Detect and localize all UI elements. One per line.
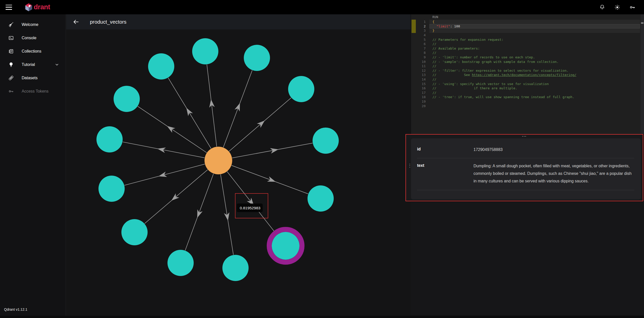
selected-point-panel: ... ⋮ id1729049758883textDumpling: A sma… bbox=[405, 134, 643, 201]
sidebar-item-console[interactable]: Console bbox=[0, 31, 66, 45]
line-number: 8 bbox=[411, 51, 426, 55]
line-number: 19 bbox=[411, 100, 426, 103]
graph-node[interactable] bbox=[167, 250, 194, 276]
line-number: 7 bbox=[411, 47, 426, 50]
edge-arrow-icon bbox=[224, 212, 231, 221]
code-line[interactable]: 1{ bbox=[411, 20, 640, 24]
payload-card: id1729049758883textDumpling: A small dou… bbox=[411, 138, 641, 200]
graph-edge bbox=[138, 106, 207, 153]
panel-resize-handle[interactable]: ... bbox=[406, 134, 643, 137]
line-content: // - 'limit': number of records to use o… bbox=[432, 55, 535, 59]
editor-scrollbar[interactable] bbox=[640, 14, 644, 134]
sidebar-item-collections[interactable]: Collections bbox=[0, 45, 66, 58]
line-number: 11 bbox=[411, 64, 426, 68]
line-number: 20 bbox=[411, 104, 426, 108]
code-line[interactable]: 3} bbox=[411, 28, 640, 33]
sidebar-item-datasets[interactable]: Datasets bbox=[0, 71, 66, 85]
graph-node[interactable] bbox=[148, 53, 174, 80]
vector-graph-canvas[interactable]: 0.81952983 bbox=[66, 29, 411, 318]
code-line[interactable]: 17// bbox=[411, 91, 640, 95]
line-number: 13 bbox=[411, 73, 426, 77]
sidebar-item-label: Access Tokens bbox=[22, 89, 48, 94]
graph-header: product_vectors bbox=[66, 14, 411, 29]
line-number: 18 bbox=[411, 95, 426, 99]
line-content: // - 'using': specify which vector to us… bbox=[432, 82, 549, 86]
line-content: // Parameters for expansion request: bbox=[432, 38, 503, 42]
line-content: // - 'filter': filter expression to sele… bbox=[432, 69, 568, 72]
graph-node[interactable] bbox=[308, 185, 334, 212]
graph-node[interactable] bbox=[114, 86, 140, 112]
code-editor-content[interactable]: 1{2 "limit": 1003}45// Parameters for ex… bbox=[411, 20, 640, 108]
graph-center-node[interactable] bbox=[205, 147, 232, 174]
line-content: } bbox=[432, 29, 434, 32]
graph-node[interactable] bbox=[98, 176, 125, 202]
sun-icon[interactable] bbox=[614, 4, 620, 10]
graph-node[interactable] bbox=[244, 45, 270, 71]
graph-node-selected[interactable] bbox=[272, 232, 299, 260]
scrollbar-marker bbox=[641, 22, 643, 24]
payload-key: id bbox=[417, 146, 473, 153]
graph-edge bbox=[223, 70, 252, 147]
edge-arrow-icon bbox=[165, 124, 175, 133]
line-number: 17 bbox=[411, 91, 426, 95]
code-line[interactable]: 12// - 'filter': filter expression to se… bbox=[411, 68, 640, 73]
code-line[interactable]: 18// - 'tree': if true, will use show sp… bbox=[411, 95, 640, 99]
code-line[interactable]: 15// - 'using': specify which vector to … bbox=[411, 82, 640, 86]
code-line[interactable]: 19 bbox=[411, 99, 640, 104]
sidebar-item-tutorial[interactable]: Tutorial bbox=[0, 58, 66, 71]
sidebar-item-welcome[interactable]: Welcome bbox=[0, 18, 66, 31]
code-line[interactable]: 14// bbox=[411, 77, 640, 82]
right-panel-background bbox=[411, 202, 644, 315]
graph-edge bbox=[168, 78, 211, 148]
edge-arrow-icon bbox=[270, 147, 279, 153]
chevron-down-icon[interactable] bbox=[55, 62, 59, 67]
key-icon[interactable] bbox=[629, 4, 635, 10]
menu-icon[interactable] bbox=[6, 5, 12, 10]
edge-arrow-icon bbox=[234, 102, 243, 112]
sidebar-item-label: Collections bbox=[22, 49, 41, 54]
lightbulb-icon bbox=[8, 62, 14, 67]
line-number: 6 bbox=[411, 42, 426, 46]
edge-arrow-icon bbox=[184, 106, 193, 116]
graph-node[interactable] bbox=[288, 76, 314, 102]
code-line[interactable]: 2 "limit": 100 bbox=[411, 24, 640, 29]
line-content: // bbox=[432, 77, 436, 81]
code-line[interactable]: 8// bbox=[411, 51, 640, 55]
line-content: // bbox=[432, 64, 436, 68]
sidebar-item-label: Welcome bbox=[22, 22, 38, 27]
bottom-scrollbar-track[interactable] bbox=[0, 316, 644, 318]
line-number: 3 bbox=[411, 29, 426, 32]
line-content: // Available parameters: bbox=[432, 47, 480, 50]
query-editor-panel[interactable]: RUN 1{2 "limit": 1003}45// Parameters fo… bbox=[411, 14, 644, 134]
edge-arrow-icon bbox=[158, 172, 167, 179]
graph-node[interactable] bbox=[121, 219, 148, 245]
rocket-icon bbox=[8, 22, 14, 27]
line-number: 14 bbox=[411, 77, 426, 81]
code-line[interactable]: 10// - 'sample': bootstrap graph with sa… bbox=[411, 59, 640, 64]
code-line[interactable]: 20 bbox=[411, 104, 640, 108]
app-version-label: Qdrant v1.12.1 bbox=[4, 307, 27, 311]
terminal-icon bbox=[8, 35, 14, 41]
code-line[interactable]: 13// See https://qdrant.tech/documentati… bbox=[411, 73, 640, 77]
line-number: 12 bbox=[411, 69, 426, 72]
code-line[interactable]: 6// bbox=[411, 42, 640, 46]
bell-icon[interactable] bbox=[599, 4, 605, 10]
run-button[interactable]: RUN bbox=[432, 15, 438, 19]
graph-node[interactable] bbox=[313, 128, 339, 154]
sidebar-item-label: Datasets bbox=[22, 76, 38, 80]
code-line[interactable]: 5// Parameters for expansion request: bbox=[411, 37, 640, 42]
code-line[interactable]: 4 bbox=[411, 33, 640, 37]
code-line[interactable]: 11// bbox=[411, 64, 640, 68]
sidebar: WelcomeConsoleCollectionsTutorialDataset… bbox=[0, 14, 66, 318]
back-arrow-icon[interactable] bbox=[73, 19, 79, 25]
qdrant-logo[interactable]: drant bbox=[24, 3, 50, 12]
documentation-link[interactable]: https://qdrant.tech/documentation/concep… bbox=[472, 73, 577, 77]
graph-node[interactable] bbox=[222, 255, 249, 281]
graph-node[interactable] bbox=[192, 38, 218, 64]
graph-edge bbox=[231, 166, 308, 194]
graph-node[interactable] bbox=[96, 126, 123, 152]
code-line[interactable]: 7// Available parameters: bbox=[411, 46, 640, 51]
code-line[interactable]: 9// - 'limit': number of records to use … bbox=[411, 55, 640, 60]
qdrant-cube-icon bbox=[24, 3, 33, 12]
code-line[interactable]: 16// if there are multiple. bbox=[411, 86, 640, 91]
